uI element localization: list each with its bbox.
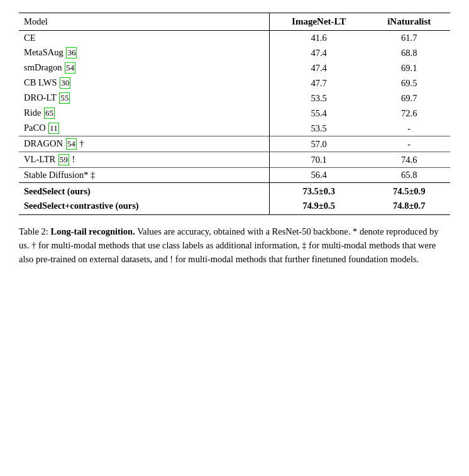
table-row: MetaSAug 36 47.4 68.8 [19,45,450,60]
ref-54: 54 [65,62,75,74]
value-ce-imagenet: 41.6 [269,31,368,46]
value-paco-imagenet: 53.5 [269,121,368,136]
value-ride-inaturalist: 72.6 [368,106,451,121]
caption-title: Long-tail recognition. [51,226,135,236]
value-vlltr-inaturalist: 74.6 [368,152,451,168]
value-sd-inaturalist: 65.8 [368,168,451,183]
value-seedselect-imagenet: 73.5±0.3 [269,183,368,199]
table-row: VL-LTR 59 ! 70.1 74.6 [19,152,450,168]
table-row: PaCO 11 53.5 - [19,121,450,136]
value-sd-imagenet: 56.4 [269,168,368,183]
table-row: smDragon 54 47.4 69.1 [19,60,450,75]
value-smdragon-inaturalist: 69.1 [368,60,451,75]
value-dragon-imagenet: 57.0 [269,136,368,152]
col-header-model: Model [19,13,269,31]
ref-11: 11 [48,123,59,134]
table-row: DRO-LT 55 53.5 69.7 [19,91,450,106]
value-metasaug-imagenet: 47.4 [269,45,368,60]
results-table: Model ImageNet-LT iNaturalist CE 41.6 61… [19,13,450,215]
value-smdragon-imagenet: 47.4 [269,60,368,75]
model-paco: PaCO 11 [19,121,269,136]
value-cblws-inaturalist: 69.5 [368,75,451,91]
ref-30: 30 [60,77,70,89]
ref-65: 65 [44,108,55,119]
table-row: CE 41.6 61.7 [19,31,450,46]
value-vlltr-imagenet: 70.1 [269,152,368,168]
value-dragon-inaturalist: - [368,136,451,152]
ref-54b: 54 [66,138,77,150]
col-header-inaturalist: iNaturalist [368,13,451,31]
value-drolt-inaturalist: 69.7 [368,91,451,106]
model-seedselect: SeedSelect (ours) [19,183,269,199]
model-smdragon: smDragon 54 [19,60,269,75]
table-caption: Table 2: Long-tail recognition. Values a… [19,225,450,266]
table-row: CB LWS 30 47.7 69.5 [19,75,450,91]
model-seedselect-contrastive: SeedSelect+contrastive (ours) [19,199,269,215]
table-row-seedselect-contrastive: SeedSelect+contrastive (ours) 74.9±0.5 7… [19,199,450,215]
model-stable-diffusion: Stable Diffusion* ‡ [19,168,269,183]
value-seedselect-inaturalist: 74.5±0.9 [368,183,451,199]
table-row: Ride 65 55.4 72.6 [19,106,450,121]
value-cblws-imagenet: 47.7 [269,75,368,91]
value-seedselect-c-imagenet: 74.9±0.5 [269,199,368,215]
ref-36: 36 [66,47,77,58]
value-paco-inaturalist: - [368,121,451,136]
model-cblws: CB LWS 30 [19,75,269,91]
value-ce-inaturalist: 61.7 [368,31,451,46]
value-drolt-imagenet: 53.5 [269,91,368,106]
table-row-seedselect: SeedSelect (ours) 73.5±0.3 74.5±0.9 [19,183,450,199]
model-dragon: DRAGON 54 † [19,136,269,152]
model-ce: CE [19,31,269,46]
model-vlltr: VL-LTR 59 ! [19,152,269,168]
col-header-imagenet: ImageNet-LT [269,13,368,31]
table-row: Stable Diffusion* ‡ 56.4 65.8 [19,168,450,183]
model-ride: Ride 65 [19,106,269,121]
model-metasaug: MetaSAug 36 [19,45,269,60]
value-seedselect-c-inaturalist: 74.8±0.7 [368,199,451,215]
table-header-row: Model ImageNet-LT iNaturalist [19,13,450,31]
value-metasaug-inaturalist: 68.8 [368,45,451,60]
ref-55: 55 [59,92,70,104]
table-container: Model ImageNet-LT iNaturalist CE 41.6 61… [19,13,450,215]
ref-59: 59 [58,154,69,165]
caption-number: Table 2: [19,226,48,236]
model-drolt: DRO-LT 55 [19,91,269,106]
value-ride-imagenet: 55.4 [269,106,368,121]
table-row: DRAGON 54 † 57.0 - [19,136,450,152]
